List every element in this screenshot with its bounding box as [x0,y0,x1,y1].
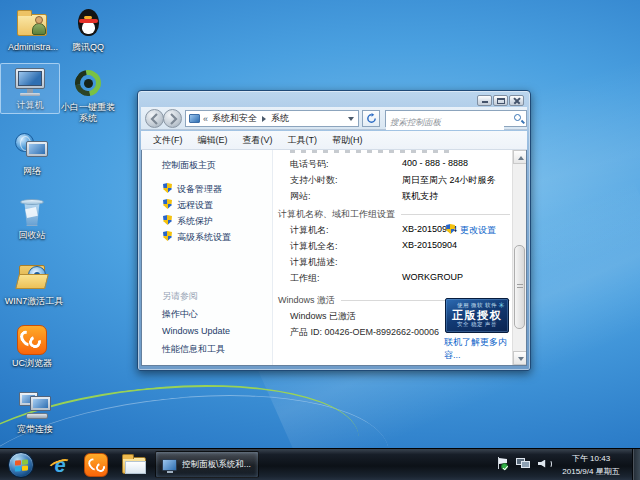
desktop-icon-broadband-connection[interactable]: 宽带连接 [4,390,66,435]
address-bar: « 系统和安全 系统 [141,107,527,130]
computer-description-row: 计算机描述: [274,256,512,269]
forward-button[interactable] [163,109,182,128]
support-row-website: 网站: 联机支持 [274,190,512,203]
computer-name-row: 计算机名: XB-20150904 更改设置 [274,224,512,237]
breadcrumb-parent[interactable]: 系统和安全 [212,112,257,125]
change-settings-link[interactable]: 更改设置 [446,224,496,237]
desktop-icon-label: 小白一键重装系统 [58,102,118,124]
network-globe-icon [14,132,50,164]
back-arrow-icon [149,113,161,125]
sidebar: 控制面板主页 设备管理器 远程设置 系统保护 高级系统设置 另请参阅 操作中心 … [142,150,273,365]
start-button[interactable] [8,452,34,478]
maximize-icon [497,98,505,104]
system-content: 电话号码: 400 - 888 - 8888 支持小时数: 周日至周六 24小时… [274,150,512,365]
network-tray-icon[interactable] [516,458,530,470]
desktop-icon-win7-activator[interactable]: WIN7激活工具 [4,262,64,307]
scroll-down-button[interactable] [513,351,527,365]
desktop-icon-label: Administra... [4,42,62,53]
clock-time: 下午 10:43 [554,452,628,465]
windows-flag-icon [15,459,28,471]
breadcrumb-current[interactable]: 系统 [271,112,289,125]
genuine-microsoft-badge[interactable]: 使用 微软 软件 正版授权 安全 稳定 声誉 ✳ [445,298,509,333]
uac-shield-icon [163,183,172,193]
desktop-icon-recycle-bin[interactable]: 回收站 [4,196,60,241]
action-center-icon[interactable] [498,457,508,470]
taskbar-uc-browser-button[interactable] [82,451,110,479]
section-divider [401,214,510,215]
sidebar-item-device-manager[interactable]: 设备管理器 [163,183,222,196]
online-support-link[interactable]: 联机支持 [402,190,438,203]
minimize-icon [482,101,488,103]
support-row-phone: 电话号码: 400 - 888 - 8888 [274,158,512,171]
search-input[interactable] [386,115,504,130]
clipped-scrolled-text [290,150,450,153]
scrollbar-thumb[interactable] [514,245,525,329]
sidebar-item-action-center[interactable]: 操作中心 [162,308,198,321]
desktop-icon-xiaobai-reinstall[interactable]: 小白一键重装系统 [58,68,118,124]
uc-browser-icon [84,453,108,477]
scroll-down-icon [518,357,524,361]
desktop-icon-label: 宽带连接 [4,424,66,435]
desktop-icon-label: 回收站 [4,230,60,241]
uc-browser-icon [14,324,50,356]
volume-icon[interactable] [538,458,552,470]
menu-help[interactable]: 帮助(H) [329,133,366,148]
caption-buttons [477,95,524,106]
notification-area [498,457,552,470]
uac-shield-icon [163,231,172,241]
uac-shield-icon [163,215,172,225]
reinstall-ring-icon [70,68,106,100]
control-panel-system-window: « 系统和安全 系统 文件(F) 编辑(E) 查看(V) 工具(T) [137,90,531,371]
scrollbar-grip [517,284,523,290]
sidebar-item-performance-tools[interactable]: 性能信息和工具 [162,343,225,356]
back-button[interactable] [145,109,164,128]
breadcrumb-separator-icon [262,116,266,122]
taskbar-window-button-control-panel[interactable]: 控制面板\系统和... [155,451,259,478]
taskbar-clock[interactable]: 下午 10:43 2015/9/4 星期五 [554,452,628,478]
desktop: Administra... 腾讯QQ 计算机 小白一键重装系统 网络 回收站 [0,0,640,480]
refresh-button[interactable] [362,110,380,127]
recycle-bin-icon [14,196,50,228]
taskbar-explorer-button[interactable] [120,451,148,479]
taskbar-ie-button[interactable]: e [46,451,74,479]
system-page-icon [189,114,200,123]
computer-name-section-header: 计算机名称、域和工作组设置 [278,208,510,220]
sidebar-item-remote-settings[interactable]: 远程设置 [163,199,213,212]
workgroup-row: 工作组: WORKGROUP [274,272,512,285]
broadband-connection-icon [17,390,53,422]
maximize-button[interactable] [493,95,508,106]
desktop-icon-network[interactable]: 网络 [4,132,60,177]
sidebar-item-system-protection[interactable]: 系统保护 [163,215,213,228]
menu-edit[interactable]: 编辑(E) [195,133,231,148]
search-icon[interactable] [514,114,521,121]
uac-shield-icon [163,199,172,209]
learn-more-row: 联机了解更多内容... [274,336,512,349]
breadcrumb[interactable]: « 系统和安全 系统 [185,110,359,127]
sidebar-item-control-panel-home[interactable]: 控制面板主页 [162,159,216,172]
desktop-icon-administrator[interactable]: Administra... [4,8,62,53]
open-folder-tool-icon [16,262,52,294]
computer-monitor-icon [12,66,48,98]
show-desktop-button[interactable] [632,449,640,480]
close-button[interactable] [509,95,524,106]
window-client-area: 控制面板主页 设备管理器 远程设置 系统保护 高级系统设置 另请参阅 操作中心 … [141,150,527,366]
sidebar-item-advanced-settings[interactable]: 高级系统设置 [163,231,231,244]
forward-arrow-icon [167,113,179,125]
menu-view[interactable]: 查看(V) [240,133,276,148]
menu-tools[interactable]: 工具(T) [285,133,321,148]
scroll-up-button[interactable] [513,150,527,164]
sidebar-item-windows-update[interactable]: Windows Update [162,326,230,336]
menu-file[interactable]: 文件(F) [150,133,186,148]
breadcrumb-overflow-chevron[interactable]: « [203,114,208,124]
search-box [385,110,527,127]
desktop-icon-uc-browser[interactable]: UC浏览器 [4,324,60,369]
desktop-icon-tencent-qq[interactable]: 腾讯QQ [60,8,116,53]
genuine-star-icon: ✳ [498,301,505,310]
minimize-button[interactable] [477,95,492,106]
qq-penguin-icon [70,8,106,40]
vertical-scrollbar[interactable] [512,150,526,365]
breadcrumb-dropdown-icon[interactable] [348,117,354,121]
learn-more-online-link[interactable]: 联机了解更多内容... [444,336,512,362]
scroll-up-icon [518,156,524,160]
desktop-icon-computer[interactable]: 计算机 [2,66,58,111]
